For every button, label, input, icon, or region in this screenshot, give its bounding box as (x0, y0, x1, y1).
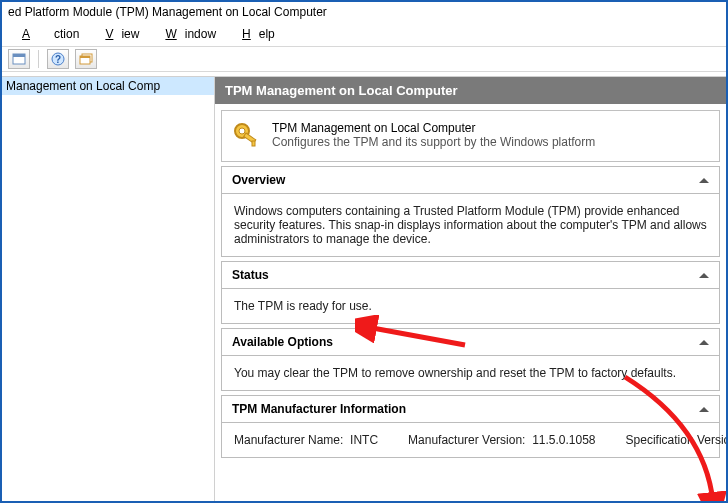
toolbar: ? (2, 46, 726, 72)
toolbar-separator (38, 50, 39, 68)
options-body: You may clear the TPM to remove ownershi… (222, 356, 719, 390)
svg-rect-6 (80, 56, 90, 58)
section-options: Available Options You may clear the TPM … (221, 328, 720, 391)
content-header: TPM Management on Local Computer (215, 77, 726, 104)
intro-title: TPM Management on Local Computer (272, 121, 595, 135)
content-pane: TPM Management on Local Computer TPM Man… (215, 76, 726, 501)
overview-label: Overview (232, 173, 285, 187)
status-label: Status (232, 268, 269, 282)
section-status: Status The TPM is ready for use. (221, 261, 720, 324)
menu-help[interactable]: Help (226, 25, 283, 43)
collapse-icon[interactable] (699, 273, 709, 278)
toolbar-props-button[interactable] (8, 49, 30, 69)
manufacturer-version: Manufacturer Version: 11.5.0.1058 (408, 433, 595, 447)
tree-pane: Management on Local Comp (2, 76, 215, 501)
collapse-icon[interactable] (699, 407, 709, 412)
manufacturer-label: TPM Manufacturer Information (232, 402, 406, 416)
overview-body: Windows computers containing a Trusted P… (222, 194, 719, 256)
svg-point-8 (239, 128, 245, 134)
menu-action[interactable]: Action (6, 25, 87, 43)
options-label: Available Options (232, 335, 333, 349)
manufacturer-name: Manufacturer Name: INTC (234, 433, 378, 447)
specification-version: Specification Version: 2.0 (626, 433, 726, 447)
collapse-icon[interactable] (699, 340, 709, 345)
window-title: ed Platform Module (TPM) Management on L… (2, 2, 726, 23)
intro-panel: TPM Management on Local Computer Configu… (221, 110, 720, 162)
section-manufacturer: TPM Manufacturer Information Manufacture… (221, 395, 720, 458)
menubar: Action View Window Help (2, 23, 726, 46)
svg-text:?: ? (55, 54, 61, 65)
intro-description: Configures the TPM and its support by th… (272, 135, 595, 149)
toolbar-help-button[interactable]: ? (47, 49, 69, 69)
menu-window[interactable]: Window (149, 25, 224, 43)
toolbar-window-button[interactable] (75, 49, 97, 69)
svg-rect-10 (252, 141, 255, 146)
svg-rect-1 (13, 54, 25, 57)
tpm-key-icon (232, 121, 260, 151)
tree-item-tpm-management[interactable]: Management on Local Comp (2, 77, 214, 95)
status-body: The TPM is ready for use. (222, 289, 719, 323)
section-overview: Overview Windows computers containing a … (221, 166, 720, 257)
collapse-icon[interactable] (699, 178, 709, 183)
menu-view[interactable]: View (89, 25, 147, 43)
